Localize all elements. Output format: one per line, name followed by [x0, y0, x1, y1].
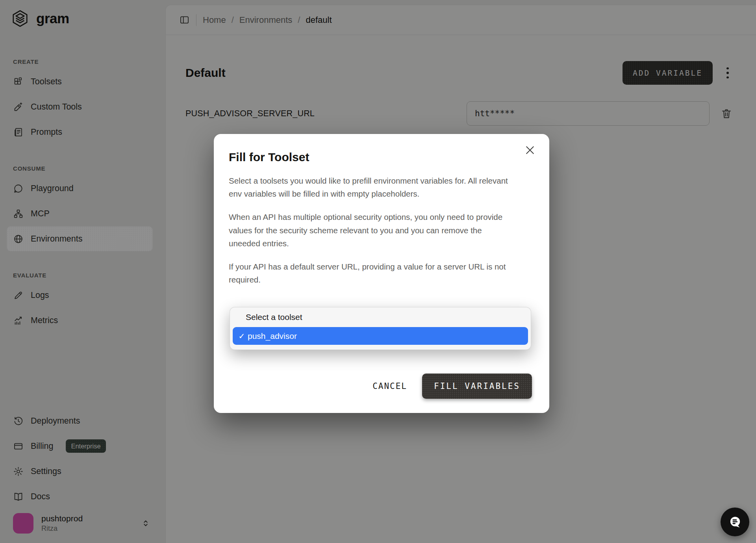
modal-paragraph-3: If your API has a default server URL, pr… [229, 260, 509, 286]
chat-bubble-icon [726, 513, 744, 531]
cancel-button[interactable]: CANCEL [372, 381, 407, 391]
toolset-option-label: push_advisor [248, 331, 297, 341]
modal-paragraph-2: When an API has multiple optional securi… [229, 210, 509, 250]
fill-variables-button[interactable]: FILL VARIABLES [422, 374, 532, 399]
toolset-placeholder-option[interactable]: Select a toolset [230, 307, 531, 327]
fill-for-toolset-modal: Fill for Toolset Select a toolsets you w… [214, 134, 549, 413]
modal-actions: CANCEL FILL VARIABLES [372, 374, 532, 399]
app-root: gram CREATE Toolsets [0, 0, 756, 543]
chat-widget-button[interactable] [721, 508, 749, 536]
modal-title: Fill for Toolset [229, 151, 531, 164]
check-icon: ✓ [236, 331, 248, 341]
modal-paragraph-1: Select a toolsets you would like to pref… [229, 174, 509, 200]
toolset-select-popup: Select a toolset ✓ push_advisor [230, 307, 531, 350]
toolset-option-push-advisor[interactable]: ✓ push_advisor [233, 327, 528, 345]
close-icon[interactable] [524, 144, 536, 156]
